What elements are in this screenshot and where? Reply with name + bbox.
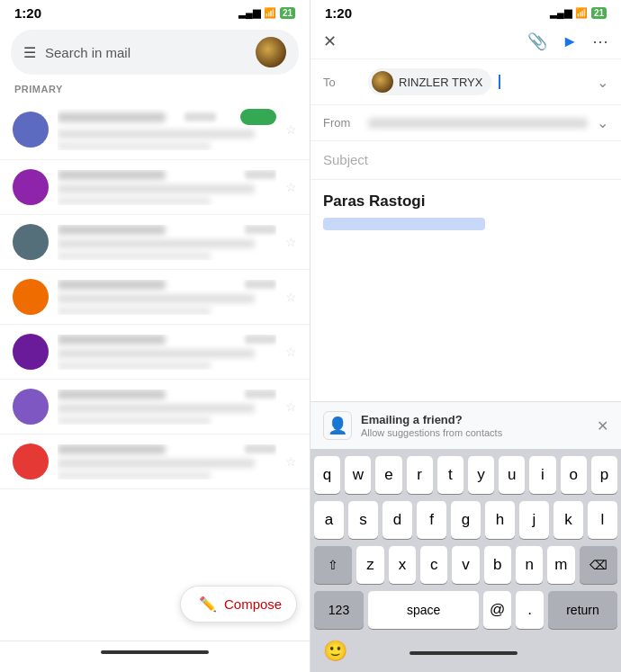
subject-placeholder: Subject — [323, 152, 368, 167]
key-k[interactable]: k — [554, 501, 583, 539]
list-item[interactable]: ☆ — [0, 380, 310, 435]
email-content — [58, 335, 276, 370]
avatar — [13, 279, 49, 315]
key-z[interactable]: z — [356, 546, 383, 584]
avatar — [13, 169, 49, 205]
to-label: To — [323, 76, 359, 89]
dot-key[interactable]: . — [516, 591, 544, 629]
key-v[interactable]: v — [452, 546, 479, 584]
key-t[interactable]: t — [437, 456, 464, 494]
time-blur — [245, 444, 276, 453]
star-icon[interactable]: ☆ — [285, 345, 297, 359]
key-h[interactable]: h — [485, 501, 515, 539]
compose-body[interactable]: Paras Rastogi — [310, 180, 621, 401]
key-e[interactable]: e — [375, 456, 401, 494]
delete-key[interactable]: ⌫ — [580, 546, 617, 584]
key-x[interactable]: x — [389, 546, 416, 584]
star-icon[interactable]: ☆ — [285, 235, 297, 249]
battery-badge: 21 — [280, 7, 295, 19]
to-field[interactable]: To RINZLER TRYX ⌄ — [310, 59, 621, 105]
star-icon[interactable]: ☆ — [285, 122, 297, 137]
time-blur — [245, 335, 276, 344]
emoji-icon[interactable]: 🙂 — [323, 640, 347, 663]
key-q[interactable]: q — [314, 456, 340, 494]
contact-email-blur — [323, 218, 485, 230]
suggestion-close-icon[interactable]: ✕ — [597, 417, 608, 435]
email-content — [58, 444, 276, 479]
key-g[interactable]: g — [451, 501, 481, 539]
at-key[interactable]: @ — [483, 591, 511, 629]
key-l[interactable]: l — [588, 501, 617, 539]
sender-blur — [58, 280, 166, 290]
key-f[interactable]: f — [417, 501, 446, 539]
key-r[interactable]: r — [407, 456, 433, 494]
search-text: Search in mail — [45, 45, 247, 60]
hamburger-icon[interactable]: ☰ — [23, 44, 36, 61]
left-panel: 1:20 ▂▄▆ 📶 21 ☰ Search in mail PRIMARY — [0, 0, 310, 672]
star-icon[interactable]: ☆ — [285, 180, 297, 194]
key-s[interactable]: s — [348, 501, 378, 539]
key-u[interactable]: u — [499, 456, 525, 494]
list-item[interactable]: ☆ — [0, 270, 310, 325]
key-c[interactable]: c — [420, 546, 447, 584]
key-d[interactable]: d — [382, 501, 412, 539]
key-o[interactable]: o — [561, 456, 587, 494]
more-icon[interactable]: ⋯ — [592, 31, 608, 51]
send-icon[interactable]: ► — [562, 32, 578, 51]
right-panel: 1:20 ▂▄▆ 📶 21 ✕ 📎 ► ⋯ To RINZLER TRYX ⌄ … — [310, 0, 621, 672]
key-w[interactable]: w — [345, 456, 371, 494]
star-icon[interactable]: ☆ — [285, 399, 297, 414]
key-p[interactable]: p — [591, 456, 617, 494]
preview-blur — [58, 197, 211, 205]
key-i[interactable]: i — [529, 456, 555, 494]
email-content — [58, 280, 276, 315]
key-m[interactable]: m — [547, 546, 574, 584]
key-a[interactable]: a — [314, 501, 344, 539]
time-blur — [184, 112, 216, 121]
subject-blur — [58, 239, 255, 248]
recipient-chip[interactable]: RINZLER TRYX — [368, 68, 491, 95]
avatar — [13, 112, 49, 148]
subject-field[interactable]: Subject — [310, 141, 621, 180]
compose-header: ✕ 📎 ► ⋯ — [310, 24, 621, 59]
numbers-key[interactable]: 123 — [314, 591, 364, 629]
preview-blur — [58, 307, 211, 315]
preview-blur — [58, 142, 211, 150]
keyboard-row-2: a s d f g h j k l — [314, 501, 617, 539]
list-item[interactable]: ☆ — [0, 100, 310, 160]
star-icon[interactable]: ☆ — [285, 454, 297, 469]
email-content — [58, 109, 276, 150]
key-n[interactable]: n — [516, 546, 543, 584]
email-content — [58, 390, 276, 425]
close-icon[interactable]: ✕ — [323, 31, 337, 51]
avatar — [13, 334, 49, 370]
green-badge — [240, 109, 276, 125]
avatar — [13, 224, 49, 260]
key-j[interactable]: j — [519, 501, 549, 539]
preview-blur — [58, 362, 211, 370]
list-item[interactable]: ☆ — [0, 160, 310, 215]
from-label: From — [323, 116, 359, 130]
expand-icon[interactable]: ⌄ — [597, 74, 608, 91]
list-item[interactable]: ☆ — [0, 435, 310, 489]
attachment-icon[interactable]: 📎 — [527, 31, 547, 51]
list-item[interactable]: ☆ — [0, 325, 310, 380]
time-blur — [245, 225, 276, 234]
expand-icon[interactable]: ⌄ — [597, 114, 608, 131]
chip-name: RINZLER TRYX — [399, 76, 482, 89]
chip-avatar — [372, 71, 393, 93]
search-bar[interactable]: ☰ Search in mail — [11, 30, 299, 75]
list-item[interactable]: ☆ — [0, 215, 310, 270]
space-key[interactable]: space — [368, 591, 479, 629]
from-field[interactable]: From ⌄ — [310, 105, 621, 141]
wifi-icon: 📶 — [575, 7, 588, 19]
compose-button[interactable]: ✏️ Compose — [180, 586, 297, 623]
star-icon[interactable]: ☆ — [285, 290, 297, 304]
return-key[interactable]: return — [548, 591, 617, 629]
subject-blur — [58, 349, 255, 358]
key-b[interactable]: b — [484, 546, 511, 584]
key-y[interactable]: y — [468, 456, 494, 494]
user-avatar[interactable] — [256, 37, 286, 67]
subject-blur — [58, 459, 255, 468]
shift-key[interactable]: ⇧ — [314, 546, 352, 584]
